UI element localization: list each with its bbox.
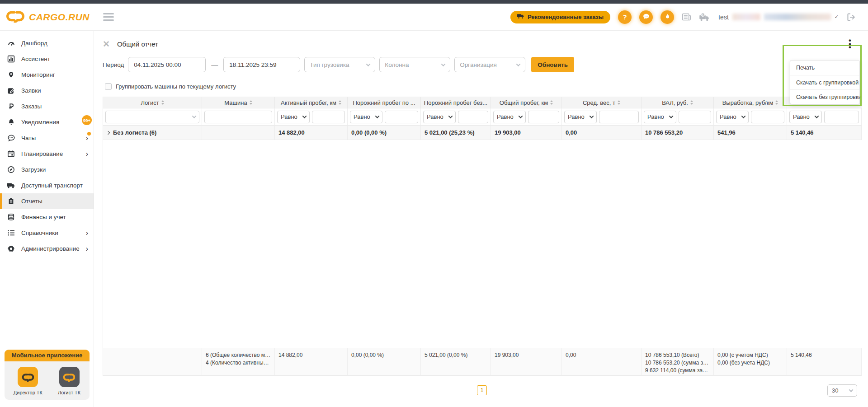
sidebar-item-notifications[interactable]: Уведомления99+ [0,114,94,130]
column-header-1[interactable]: Логист [103,97,202,108]
filter-value-input[interactable] [528,111,559,123]
filter-cell-1 [103,108,202,126]
sidebar-item-assistant[interactable]: Ассистент [0,51,94,67]
menu-item-download-grouped[interactable]: Скачать с группировкой [790,75,859,89]
sidebar-item-orders[interactable]: Заказы [0,98,94,114]
sidebar-item-requests[interactable]: Заявки [0,83,94,98]
sidebar-item-finance[interactable]: Финансы и учет [0,209,94,225]
sidebar-item-directory[interactable]: Справочники› [0,225,94,241]
sidebar-item-loads[interactable]: Загрузки [0,162,94,178]
row-1-cell-7: 0,00 [562,126,642,140]
column-header-3[interactable]: Активный пробег, км [275,97,348,108]
filter-value-input[interactable] [751,111,784,123]
footer-cell-1 [103,348,202,376]
truck-type-select[interactable]: Тип грузовика [304,57,375,72]
chats-icon [7,134,15,142]
operator-select[interactable]: Равно [423,111,456,123]
loads-icon [7,165,15,174]
column-header-4[interactable]: Порожний пробег по ... [348,97,421,108]
chevron-down-icon [375,114,380,118]
app-store-icon [59,367,80,387]
notifications-icon [7,118,15,126]
filter-cell-2 [202,108,275,126]
menu-item-print[interactable]: Печать [790,61,859,75]
close-report-icon[interactable]: ✕ [103,40,110,48]
filter-cell-4: Равно [348,108,421,126]
column-select[interactable]: Колонна [379,57,450,72]
machine-filter-input[interactable] [204,111,272,123]
organization-select[interactable]: Организация [454,57,525,72]
mobile-app-title[interactable]: Мобильное приложение [5,350,90,361]
whats-new-button[interactable] [660,10,674,24]
notification-count-badge: 99+ [82,115,92,125]
operator-select[interactable]: Равно [350,111,382,123]
hamburger-menu-icon[interactable] [103,13,114,21]
pagination-bar: 1 30 [103,382,861,400]
column-header-7[interactable]: Сред. вес, т [562,97,642,108]
sidebar-item-chats[interactable]: Чаты› [0,130,94,146]
operator-select[interactable]: Равно [564,111,597,123]
report-actions-kebab-icon[interactable]: ••• [847,39,853,49]
help-button[interactable]: ? [618,10,632,24]
filter-value-input[interactable] [824,111,859,123]
page-size-select[interactable]: 30 [827,384,857,397]
row-1-cell-5: 5 021,00 (25,23 %) [421,126,491,140]
sidebar-item-transport[interactable]: Доступный транспорт [0,178,94,193]
chevron-right-icon: › [86,134,88,142]
page-1-button[interactable]: 1 [477,385,487,395]
mobile-app-logist[interactable]: Логист ТК [58,367,80,395]
truck-money-icon[interactable]: $ [699,13,711,22]
filter-value-input[interactable] [312,111,345,123]
filter-value-input[interactable] [599,111,639,123]
support-chat-button[interactable] [639,10,653,24]
chevron-down-icon [519,114,523,118]
chevron-down-icon [849,388,854,392]
column-header-6[interactable]: Общий пробег, км [491,97,562,108]
chevron-right-icon: › [86,229,88,237]
sidebar-item-reports[interactable]: Отчеты [0,193,94,209]
operator-select[interactable]: Равно [277,111,310,123]
logist-filter-select[interactable] [105,111,199,123]
recommended-orders-button[interactable]: Рекомендованные заказы [510,11,610,23]
period-from-input[interactable] [128,57,206,72]
refresh-button[interactable]: Обновить [531,57,574,72]
menu-item-download-ungrouped[interactable]: Скачать без группировки [790,89,859,104]
operator-select[interactable]: Равно [789,111,822,123]
filter-value-input[interactable] [458,111,488,123]
column-header-9[interactable]: Выработка, руб/км [714,97,787,108]
chevron-down-icon [441,62,446,66]
filter-cell-7: Равно [562,108,642,126]
sidebar-item-admin[interactable]: Администрирование› [0,241,94,257]
row-1-cell-9: 541,96 [714,126,787,140]
table-empty-area [103,140,862,348]
sidebar-item-monitoring[interactable]: Мониторинг [0,67,94,83]
sidebar-item-dashboard[interactable]: Дашборд [0,35,94,51]
news-feed-icon[interactable] [682,13,691,21]
sidebar-item-planning[interactable]: Планирование› [0,146,94,162]
cargo-run-logo[interactable]: CARGO.RUN [0,10,94,24]
footer-cell-8: 10 786 553,10 (Всего)10 786 553,20 (сумм… [642,348,714,376]
period-dash: — [211,61,218,69]
chat-bubble-icon [642,13,650,22]
directory-icon [7,229,15,237]
footer-cell-7: 0,00 [562,348,642,376]
column-header-5[interactable]: Порожний пробег без... [421,97,491,108]
footer-cell-3: 14 882,00 [275,348,348,376]
logout-icon[interactable] [846,12,856,22]
user-menu[interactable]: test ✓ [718,14,839,21]
chevron-down-icon [366,62,371,66]
period-to-input[interactable] [223,57,300,72]
group-by-logist-checkbox[interactable] [105,83,112,90]
operator-select[interactable]: Равно [493,111,526,123]
operator-select[interactable]: Равно [716,111,749,123]
mobile-app-director[interactable]: Директор ТК [14,367,42,395]
app-header: CARGO.RUN Рекомендованные заказы ? [0,4,868,31]
filter-cell-9: Равно [714,108,787,126]
operator-select[interactable]: Равно [644,111,676,123]
filter-value-input[interactable] [385,111,418,123]
filter-value-input[interactable] [679,111,711,123]
question-icon: ? [623,13,627,21]
column-header-8[interactable]: ВАЛ, руб. [642,97,714,108]
column-header-2[interactable]: Машина [202,97,275,108]
expand-row-icon[interactable] [106,131,110,134]
